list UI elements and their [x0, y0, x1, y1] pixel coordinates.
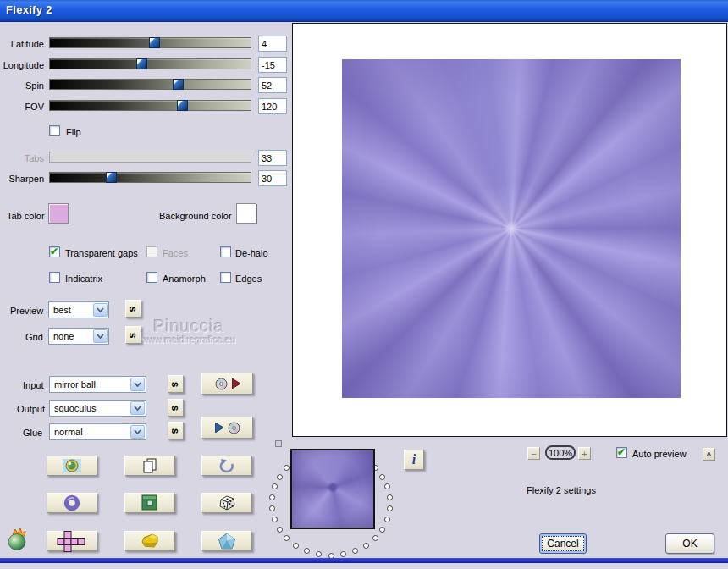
auto-preview-checkbox[interactable] [616, 447, 627, 458]
undo-button[interactable] [201, 456, 252, 476]
edges-checkbox[interactable] [220, 272, 231, 283]
input-select[interactable]: mirror ball [49, 376, 146, 393]
memory-dot[interactable] [277, 474, 283, 480]
ok-button[interactable]: OK [665, 533, 714, 554]
preview-thumbnail[interactable] [290, 449, 375, 529]
title-bar[interactable]: Flexify 2 [0, 0, 728, 22]
memory-dot[interactable] [293, 543, 299, 549]
tabs-slider [49, 152, 251, 163]
window-title: Flexify 2 [6, 3, 52, 16]
anamorph-checkbox[interactable] [146, 272, 157, 283]
memory-dot[interactable] [269, 505, 275, 511]
yellow-solid-button[interactable] [124, 531, 175, 551]
latitude-slider-thumb[interactable] [149, 37, 160, 48]
edges-label: Edges [235, 273, 262, 284]
memory-dot[interactable] [284, 465, 290, 471]
longitude-slider-thumb[interactable] [136, 58, 147, 69]
chevron-down-icon[interactable] [93, 329, 108, 343]
spin-value[interactable] [258, 77, 287, 93]
fov-slider-thumb[interactable] [177, 100, 188, 111]
sharpen-slider[interactable] [49, 172, 251, 183]
sharpen-value[interactable] [258, 170, 287, 186]
spin-slider-thumb[interactable] [173, 79, 184, 90]
preview-select-label: Preview [10, 306, 43, 316]
latitude-slider[interactable] [49, 37, 251, 48]
input-shuffle-button[interactable]: s [168, 375, 184, 393]
copy-button[interactable] [124, 456, 175, 476]
memory-dot[interactable] [316, 551, 322, 557]
input-select-label: Input [23, 380, 43, 390]
cancel-button[interactable]: Cancel [539, 533, 587, 554]
load-settings-button[interactable] [201, 417, 253, 439]
auto-preview-label: Auto preview [632, 449, 687, 459]
disc-icon [215, 378, 228, 390]
memory-dot[interactable] [352, 548, 358, 554]
chip-icon [141, 494, 158, 511]
memory-dot[interactable] [363, 543, 369, 549]
memory-dot[interactable] [379, 474, 385, 480]
blue-play-icon [215, 423, 223, 433]
spin-slider[interactable] [49, 79, 251, 90]
dehalo-checkbox[interactable] [220, 246, 231, 257]
glue-select-label: Glue [23, 428, 42, 438]
save-settings-button[interactable] [201, 373, 253, 395]
longitude-slider[interactable] [49, 58, 251, 69]
flip-checkbox[interactable] [49, 125, 60, 136]
memory-dot[interactable] [372, 535, 378, 541]
transparent-gaps-checkbox[interactable] [49, 246, 60, 257]
chevron-down-icon[interactable] [130, 401, 145, 415]
preview-image[interactable] [342, 59, 681, 398]
torus-icon [63, 494, 80, 511]
chevron-down-icon[interactable] [130, 378, 145, 391]
faces-label: Faces [163, 248, 188, 258]
pentagon-button[interactable] [201, 531, 252, 551]
indicatrix-checkbox[interactable] [49, 272, 60, 283]
sharpen-slider-thumb[interactable] [106, 172, 117, 183]
tabs-value[interactable] [258, 150, 287, 166]
dice-button[interactable] [201, 493, 252, 513]
memory-dot[interactable] [304, 548, 310, 554]
memory-dot[interactable] [379, 527, 385, 533]
fov-slider[interactable] [49, 100, 251, 111]
memory-dot[interactable] [340, 551, 346, 557]
cube-net-button[interactable] [47, 531, 97, 551]
glue-select[interactable]: normal [49, 423, 146, 440]
globe-mode-button[interactable] [47, 456, 97, 476]
memory-dot[interactable] [272, 483, 278, 489]
torus-button[interactable] [47, 493, 97, 513]
fov-value[interactable] [258, 98, 287, 114]
tab-color-swatch[interactable] [48, 203, 69, 224]
zoom-in-button[interactable]: + [578, 447, 591, 460]
tab-color-label: Tab color [7, 211, 45, 221]
preview-select-value: best [53, 305, 71, 315]
red-play-icon [232, 378, 240, 389]
dehalo-label: De-halo [235, 248, 268, 258]
background-color-swatch[interactable] [236, 203, 256, 224]
preview-shuffle-button[interactable]: s [125, 300, 141, 318]
memory-dot[interactable] [384, 517, 390, 522]
zoom-out-button[interactable]: − [527, 447, 540, 460]
glue-shuffle-button[interactable]: s [168, 422, 184, 439]
longitude-value[interactable] [258, 57, 287, 73]
chip-button[interactable] [124, 493, 175, 513]
grid-select[interactable]: none [48, 328, 109, 345]
collapse-button[interactable]: ^ [703, 448, 715, 461]
latitude-label: Latitude [2, 39, 44, 49]
preview-select[interactable]: best [48, 301, 109, 318]
memory-dot[interactable] [284, 535, 290, 541]
memory-dot[interactable] [387, 505, 393, 511]
s-glyph: s [170, 381, 182, 387]
memory-dot[interactable] [269, 494, 275, 500]
chevron-down-icon[interactable] [130, 425, 145, 439]
chevron-down-icon[interactable] [93, 303, 108, 317]
memory-dot[interactable] [272, 517, 278, 522]
pear-logo[interactable] [6, 528, 30, 551]
output-shuffle-button[interactable]: s [168, 399, 184, 417]
memory-dot[interactable] [387, 494, 393, 500]
output-select[interactable]: squoculus [49, 400, 146, 417]
memory-dot[interactable] [384, 483, 390, 489]
latitude-value[interactable] [258, 36, 287, 52]
output-select-value: squoculus [54, 403, 97, 413]
memory-dot[interactable] [277, 527, 283, 533]
info-button[interactable]: i [404, 450, 424, 470]
